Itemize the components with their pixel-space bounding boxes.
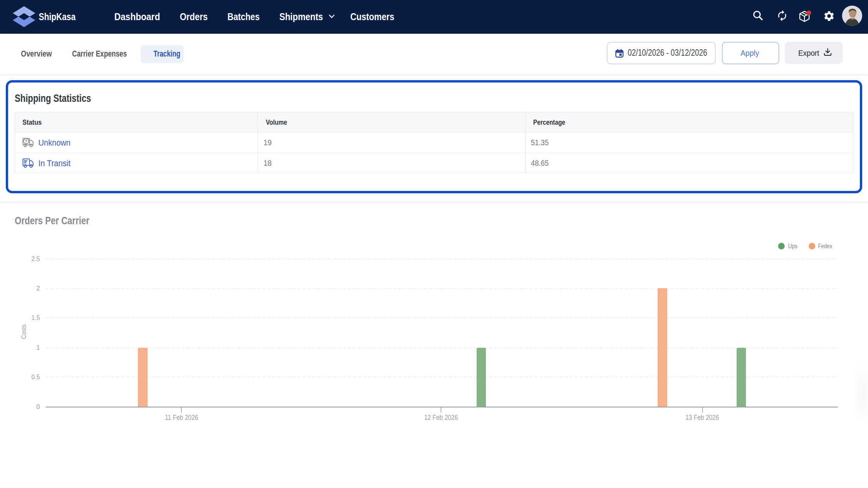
svg-text:?: ? [25, 139, 28, 144]
